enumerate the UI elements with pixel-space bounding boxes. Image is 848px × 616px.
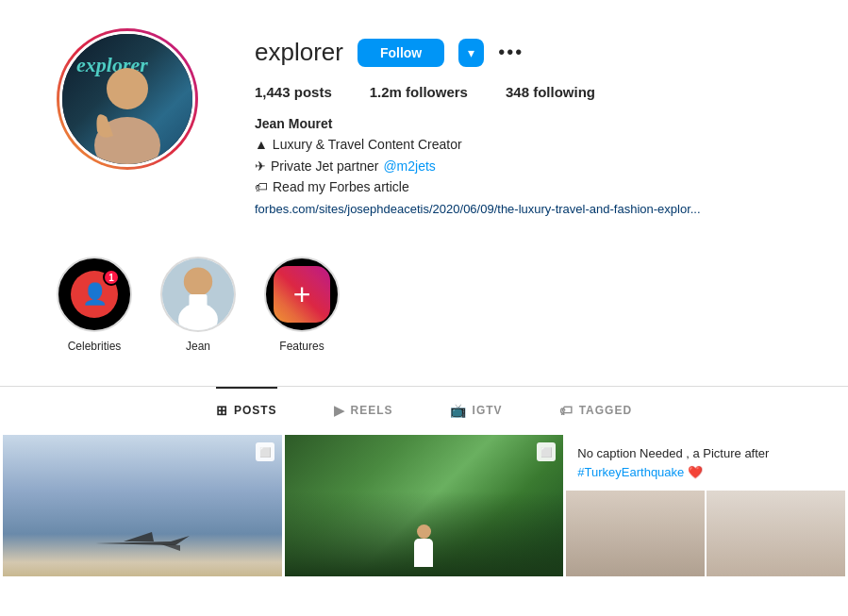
avatar-wrapper: explorer	[57, 28, 198, 170]
username: explorer	[255, 38, 343, 67]
post-item-1[interactable]: ⬜	[3, 435, 282, 576]
igtv-tab-label: IGTV	[473, 404, 503, 417]
story-circle-celebrities: 👤 1	[57, 257, 132, 332]
post3-hashtag: #TurkeyEarthquake	[577, 465, 684, 479]
posts-tab-icon: ⊞	[216, 403, 228, 418]
story-label-jean: Jean	[186, 340, 210, 353]
bio-section: Jean Mouret ▲ Luxury & Travel Content Cr…	[255, 113, 810, 219]
profile-section: explorer explorer Follow ▾ •••	[0, 0, 848, 238]
tagged-tab-label: TAGGED	[579, 404, 632, 417]
igtv-tab-icon: 📺	[450, 403, 467, 418]
profile-info: explorer Follow ▾ ••• 1,443 posts 1.2m f…	[255, 28, 810, 219]
svg-rect-5	[190, 294, 208, 317]
post3-caption-text: No caption Needed , a Picture after	[577, 446, 769, 460]
person-icon: 👤	[82, 282, 108, 307]
stats-row: 1,443 posts 1.2m followers 348 following	[255, 84, 810, 100]
followers-label: followers	[406, 84, 468, 100]
bio-name: Jean Mouret	[255, 113, 810, 134]
pit-head	[417, 524, 431, 539]
post-overlay-2: ⬜	[537, 442, 556, 461]
dropdown-button[interactable]: ▾	[458, 39, 484, 67]
story-label-celebrities: Celebrities	[68, 340, 122, 353]
profile-header: explorer Follow ▾ •••	[255, 38, 810, 67]
bio-icon-1: ▲	[255, 134, 268, 155]
more-options-button[interactable]: •••	[498, 42, 524, 63]
post3-sub-2	[707, 491, 845, 576]
notification-badge: 1	[103, 269, 120, 286]
reels-tab-label: REELS	[351, 404, 393, 417]
posts-tab-label: POSTS	[234, 404, 277, 417]
bio-link-wrapper: forbes.com/sites/josephdeacetis/2020/06/…	[255, 198, 810, 220]
following-stat[interactable]: 348 following	[506, 84, 595, 100]
bio-text-3: Read my Forbes article	[273, 176, 409, 197]
reels-tab-icon: ▶	[334, 403, 345, 418]
story-item-celebrities[interactable]: 👤 1 Celebrities	[57, 257, 132, 353]
post-item-2[interactable]: ⬜	[285, 435, 564, 576]
story-item-jean[interactable]: Jean	[160, 257, 236, 353]
tab-reels[interactable]: ▶ REELS	[334, 387, 393, 432]
post-item-3[interactable]: No caption Needed , a Picture after #Tur…	[566, 435, 845, 576]
plane-svg	[86, 524, 199, 562]
follow-button[interactable]: Follow	[357, 39, 444, 67]
story-circle-features: +	[264, 257, 340, 332]
bio-text-1: Luxury & Travel Content Creator	[273, 134, 462, 155]
bio-line-3: 🏷 Read my Forbes article	[255, 176, 810, 197]
person-in-trees	[414, 524, 433, 567]
pit-body	[414, 539, 433, 567]
tab-igtv[interactable]: 📺 IGTV	[450, 387, 503, 432]
following-label: following	[533, 84, 595, 100]
followers-stat[interactable]: 1.2m followers	[370, 84, 468, 100]
tab-posts[interactable]: ⊞ POSTS	[216, 387, 277, 432]
followers-count: 1.2m	[370, 84, 402, 100]
tagged-tab-icon: 🏷	[559, 403, 574, 418]
story-person-image	[162, 258, 234, 330]
following-count: 348	[506, 84, 529, 100]
svg-point-3	[184, 268, 212, 296]
avatar-image: explorer	[62, 34, 192, 164]
story-item-features[interactable]: + Features	[264, 257, 340, 353]
notification-icon: 👤 1	[71, 271, 118, 318]
avatar-person-svg	[80, 60, 175, 164]
bio-icon-3: 🏷	[255, 176, 268, 197]
post3-sub-1	[566, 491, 705, 576]
bio-icon-2: ✈	[255, 156, 266, 176]
post3-caption: No caption Needed , a Picture after #Tur…	[566, 435, 845, 491]
posts-label: posts	[294, 84, 332, 100]
story-jean-svg	[162, 257, 234, 330]
plus-icon: +	[274, 266, 330, 323]
bio-text-2: Private Jet partner	[271, 156, 378, 176]
avatar: explorer	[59, 31, 195, 167]
posts-grid: ⬜ ⬜ No caption Needed , a Picture after …	[0, 432, 848, 579]
posts-stat[interactable]: 1,443 posts	[255, 84, 332, 100]
svg-point-0	[107, 68, 148, 109]
tabs-section: ⊞ POSTS ▶ REELS 📺 IGTV 🏷 TAGGED	[0, 386, 848, 432]
story-circle-jean	[160, 257, 236, 332]
bio-line-1: ▲ Luxury & Travel Content Creator	[255, 134, 810, 155]
post3-images	[566, 491, 845, 576]
tab-tagged[interactable]: 🏷 TAGGED	[559, 387, 632, 432]
bio-link[interactable]: forbes.com/sites/josephdeacetis/2020/06/…	[255, 202, 701, 216]
bio-line-2: ✈ Private Jet partner @m2jets	[255, 156, 810, 176]
story-label-features: Features	[279, 340, 324, 353]
post-overlay-1: ⬜	[256, 442, 274, 461]
post3-heart: ❤️	[688, 465, 703, 479]
bio-mention[interactable]: @m2jets	[383, 156, 435, 176]
stories-section: 👤 1 Celebrities Jean	[0, 238, 848, 376]
posts-count: 1,443	[255, 84, 291, 100]
page-wrapper: explorer explorer Follow ▾ •••	[0, 0, 848, 616]
